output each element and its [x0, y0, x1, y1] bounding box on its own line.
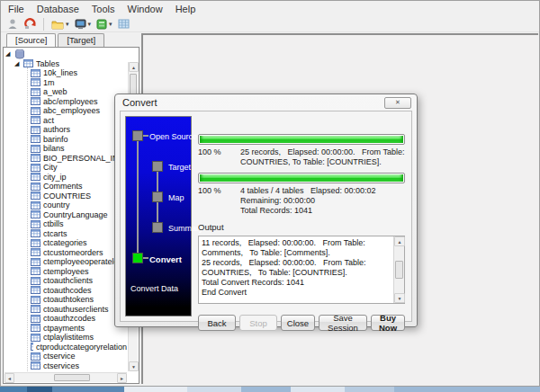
output-line: 25 records, Elapsed: 00:00:00. From Tabl… [202, 258, 392, 278]
tree-item-table[interactable]: ctservices [5, 361, 127, 371]
save-session-button[interactable]: Save Session [319, 315, 367, 331]
tree-item-table[interactable]: act [5, 116, 127, 126]
convert-session-icon[interactable] [23, 17, 37, 31]
tree-node-tables[interactable]: ◢ Tables [5, 59, 127, 69]
user-icon[interactable] [6, 17, 20, 31]
dialog-titlebar[interactable]: Convert ✕ [115, 94, 417, 111]
tree-item-label: ctcustomeorders [43, 248, 104, 257]
table-icon [31, 135, 40, 143]
tree-item-table[interactable]: COUNTRIES [5, 192, 127, 201]
tree-item-table[interactable]: abc_employees [5, 106, 127, 116]
tree-item-table[interactable]: authors [5, 125, 127, 135]
tree-item-table[interactable]: BIO_PERSONAL_INF [5, 154, 127, 164]
tree-item-table[interactable]: barinfo [5, 135, 127, 145]
tree-item-table[interactable]: 1m [5, 78, 127, 88]
menu-item-window[interactable]: Window [128, 4, 163, 14]
tree-item-table[interactable]: ctemployeeoperatelog [5, 257, 127, 267]
step-label-convert: Convert [149, 254, 182, 264]
tree-item-table[interactable]: ctplaylistitems [5, 333, 127, 343]
tab-source[interactable]: [Source] [6, 33, 56, 47]
output-log: 11 records, Elapsed: 00:00:00. From Tabl… [202, 238, 392, 301]
tree-item-table[interactable]: ctoauthzcodes [5, 314, 127, 324]
tree-item-label: country [43, 200, 70, 209]
tree-item-table[interactable]: ctcustomeorders [5, 248, 127, 258]
tree-item-label: ctpayments [43, 324, 85, 333]
tree-item-table[interactable]: Comments [5, 182, 127, 192]
scroll-left-icon[interactable]: ◄ [4, 373, 14, 383]
menu-item-database[interactable]: Database [37, 4, 79, 14]
close-button[interactable]: Close [281, 315, 315, 331]
table-icon [31, 201, 40, 209]
table-icon [31, 220, 40, 228]
tab-target[interactable]: [Target] [58, 33, 104, 47]
tree-item-table[interactable]: ctoauthtokens [5, 295, 127, 305]
table-icon [31, 78, 40, 86]
back-button[interactable]: Back [198, 315, 236, 331]
monitor-icon[interactable]: ▾ [74, 17, 93, 31]
expander-icon[interactable]: ◢ [5, 50, 12, 58]
step-marker-map [152, 192, 163, 202]
scroll-up-icon[interactable]: ▲ [129, 62, 139, 72]
tree-item-table[interactable]: city_ip [5, 173, 127, 183]
menu-item-help[interactable]: Help [176, 4, 196, 14]
tree-item-table[interactable]: ctcarts [5, 229, 127, 239]
expander-icon[interactable]: ◢ [14, 60, 21, 67]
tree-item-table[interactable]: ctpayments [5, 324, 127, 334]
table-icon [31, 315, 40, 323]
dialog-body: Convert Data Open SourceTargetMapSummary… [120, 111, 412, 322]
tree-item-table[interactable]: ctoauthuserclients [5, 305, 127, 315]
tree-item-table[interactable]: ctoauthclients [5, 276, 127, 286]
tree-item-table[interactable]: 10k_lines [5, 68, 127, 78]
export-green-icon[interactable]: ▾ [95, 17, 113, 31]
table-icon [31, 277, 40, 285]
table-icon [31, 192, 40, 200]
step-marker-summary [152, 222, 163, 233]
tree-item-table[interactable]: bilans [5, 144, 127, 154]
table-icon [31, 258, 40, 266]
tree-item-table[interactable]: ctproductcategoryrelation [5, 343, 127, 352]
scrollbar-thumb[interactable] [54, 374, 90, 381]
tree-item-table[interactable]: City [5, 163, 127, 173]
tree-item-table[interactable]: ctbills [5, 219, 127, 229]
tree-horizontal-scrollbar[interactable]: ◄ ► [4, 372, 127, 382]
scroll-right-icon[interactable]: ► [117, 373, 127, 383]
tree-item-table[interactable]: ctservice [5, 352, 127, 361]
tree-item-table[interactable]: ctshopproducts [5, 370, 127, 371]
tree-item-label: 1m [43, 78, 55, 87]
scroll-down-icon[interactable]: ▼ [129, 361, 139, 371]
tree-item-table[interactable]: CountryLanguage [5, 210, 127, 220]
scrollbar-thumb[interactable] [395, 261, 403, 279]
table-grid-icon[interactable] [117, 17, 130, 31]
tree-item-table[interactable]: ctemployees [5, 267, 127, 277]
stop-button[interactable]: Stop [239, 315, 277, 331]
scroll-down-icon[interactable]: ▼ [394, 293, 405, 303]
table-icon [31, 286, 40, 294]
tree-item-label: BIO_PERSONAL_INF [43, 154, 123, 163]
chevron-down-icon: ▾ [109, 21, 112, 28]
tree-root-node[interactable]: ◢ [5, 49, 127, 59]
close-icon[interactable]: ✕ [384, 97, 411, 109]
buy-now-button[interactable]: Buy Now [371, 315, 405, 331]
table-progress-percent: 100 % [198, 147, 240, 167]
open-folder-icon[interactable]: ▾ [50, 17, 70, 31]
step-marker-target [152, 161, 163, 172]
menu-item-tools[interactable]: Tools [92, 4, 115, 14]
tree-item-table[interactable]: a_web [5, 87, 127, 97]
dialog-button-row: BackStopCloseSave SessionBuy Now [198, 315, 405, 331]
tree-item-table[interactable]: ctcategories [5, 238, 127, 248]
tree-item-label: ctemployeeoperatelog [43, 257, 123, 266]
table-icon [31, 343, 33, 351]
tree-item-label: authors [43, 125, 70, 134]
menu-item-file[interactable]: File [8, 4, 24, 14]
tree-item-table[interactable]: ctoauthcodes [5, 286, 127, 296]
table-icon [31, 116, 40, 124]
tree-item-label: ctservice [43, 352, 76, 361]
tree-item-table[interactable]: abc/employees [5, 97, 127, 107]
scroll-up-icon[interactable]: ▲ [394, 236, 405, 246]
output-line: End Convert [202, 288, 392, 298]
step-label-target: Target [168, 163, 191, 172]
tree-item-table[interactable]: country [5, 200, 127, 210]
table-icon [31, 183, 40, 191]
output-scrollbar[interactable]: ▲ ▼ [393, 236, 404, 303]
table-icon [31, 164, 40, 172]
